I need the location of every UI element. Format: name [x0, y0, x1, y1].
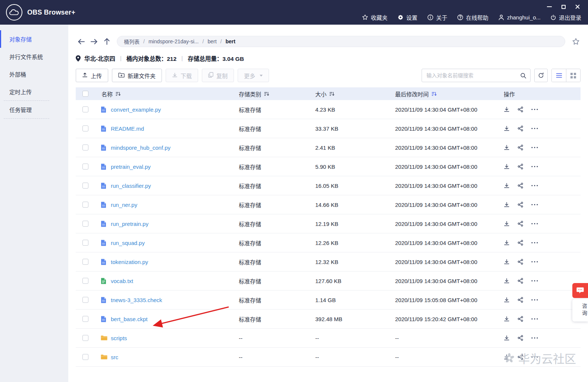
row-more-button[interactable]: [531, 166, 538, 167]
object-name-link[interactable]: src: [111, 354, 118, 360]
row-more-button[interactable]: [531, 223, 538, 224]
select-all-checkbox[interactable]: [82, 91, 88, 97]
row-download-button[interactable]: [504, 183, 510, 189]
object-name-link[interactable]: bert_base.ckpt: [111, 316, 147, 322]
row-share-button[interactable]: [517, 297, 523, 303]
row-download-button[interactable]: [504, 164, 510, 170]
row-more-button[interactable]: [531, 242, 538, 243]
sidebar-item-scheduled-upload[interactable]: 定时上传: [0, 83, 68, 100]
search-input[interactable]: [422, 69, 530, 82]
row-download-button[interactable]: [504, 259, 510, 265]
close-button[interactable]: [572, 3, 583, 10]
consult-label[interactable]: 咨询: [572, 299, 588, 322]
row-download-button[interactable]: [504, 335, 510, 341]
row-more-button[interactable]: [531, 109, 538, 110]
row-checkbox[interactable]: [82, 183, 88, 189]
object-name-link[interactable]: tokenization.py: [111, 259, 148, 265]
object-name-link[interactable]: README.md: [111, 125, 144, 132]
row-more-button[interactable]: [531, 204, 538, 205]
row-share-button[interactable]: [517, 335, 523, 341]
row-more-button[interactable]: [531, 299, 538, 301]
row-download-button[interactable]: [504, 240, 510, 246]
sidebar-item-external-bucket[interactable]: 外部桶: [0, 65, 68, 83]
row-more-button[interactable]: [531, 337, 538, 339]
breadcrumb-folder-bert[interactable]: bert: [207, 38, 216, 44]
about-button[interactable]: 关于: [427, 13, 447, 21]
row-share-button[interactable]: [517, 145, 523, 150]
object-name-link[interactable]: run_ner.py: [111, 202, 137, 208]
row-share-button[interactable]: [517, 106, 523, 112]
account-button[interactable]: zhanghui_o...: [498, 14, 541, 21]
row-download-button[interactable]: [504, 221, 510, 227]
minimize-button[interactable]: [544, 3, 554, 10]
object-name-link[interactable]: run_classifier.py: [111, 183, 151, 189]
object-name-link[interactable]: vocab.txt: [111, 278, 133, 284]
settings-button[interactable]: 设置: [397, 13, 417, 21]
logout-button[interactable]: 退出登录: [550, 13, 581, 21]
row-download-button[interactable]: [504, 125, 510, 131]
maximize-button[interactable]: [558, 3, 569, 10]
forward-button[interactable]: [88, 36, 100, 47]
object-name-link[interactable]: tnews-3_3335.check: [111, 297, 162, 303]
up-button[interactable]: [101, 36, 112, 47]
row-share-button[interactable]: [517, 183, 523, 189]
object-name-link[interactable]: run_squad.py: [111, 240, 145, 246]
row-checkbox[interactable]: [82, 354, 88, 360]
breadcrumb-bucket[interactable]: mindspore-21day-si...: [148, 38, 199, 44]
row-download-button[interactable]: [504, 202, 510, 208]
copy-button[interactable]: 复制: [202, 69, 234, 82]
row-more-button[interactable]: [531, 261, 538, 263]
breadcrumb-bucket-list[interactable]: 桶列表: [124, 38, 140, 45]
row-checkbox[interactable]: [82, 316, 88, 322]
sidebar-item-object-storage[interactable]: 对象存储: [0, 30, 68, 48]
object-name-link[interactable]: convert_example.py: [111, 106, 161, 113]
header-modified[interactable]: 最后修改时间: [395, 90, 496, 98]
favorites-button[interactable]: 收藏夹: [362, 13, 388, 21]
online-help-button[interactable]: 在线帮助: [457, 13, 488, 21]
grid-view-button[interactable]: [566, 69, 580, 82]
row-checkbox[interactable]: [82, 202, 88, 208]
row-share-button[interactable]: [517, 164, 523, 170]
row-share-button[interactable]: [517, 221, 523, 227]
object-name-link[interactable]: scripts: [111, 335, 127, 341]
row-checkbox[interactable]: [82, 125, 88, 131]
row-download-button[interactable]: [504, 278, 510, 284]
row-checkbox[interactable]: [82, 335, 88, 341]
row-more-button[interactable]: [531, 280, 538, 282]
row-checkbox[interactable]: [82, 145, 88, 150]
header-size[interactable]: 大小: [315, 90, 395, 98]
new-folder-button[interactable]: 新建文件夹: [112, 69, 162, 82]
search-icon[interactable]: [520, 72, 526, 79]
upload-button[interactable]: 上传: [76, 69, 108, 82]
header-storage-class[interactable]: 存储类别: [239, 90, 315, 98]
row-checkbox[interactable]: [82, 164, 88, 170]
row-share-button[interactable]: [517, 125, 523, 131]
row-share-button[interactable]: [517, 202, 523, 208]
sidebar-item-task-manager[interactable]: 任务管理: [0, 101, 68, 118]
row-checkbox[interactable]: [82, 106, 88, 112]
object-name-link[interactable]: pretrain_eval.py: [111, 164, 151, 170]
row-share-button[interactable]: [517, 278, 523, 284]
object-name-link[interactable]: run_pretrain.py: [111, 221, 148, 227]
row-share-button[interactable]: [517, 240, 523, 246]
row-checkbox[interactable]: [82, 278, 88, 284]
row-more-button[interactable]: [531, 147, 538, 148]
favorite-path-button[interactable]: [572, 38, 580, 46]
row-download-button[interactable]: [504, 145, 510, 150]
consult-chat-button[interactable]: [572, 283, 588, 298]
more-button[interactable]: 更多: [238, 69, 269, 82]
row-checkbox[interactable]: [82, 221, 88, 227]
refresh-button[interactable]: [534, 69, 548, 82]
row-share-button[interactable]: [517, 259, 523, 265]
sidebar-item-parallel-fs[interactable]: 并行文件系统: [0, 48, 68, 65]
row-checkbox[interactable]: [82, 297, 88, 303]
row-download-button[interactable]: [504, 106, 510, 112]
row-download-button[interactable]: [504, 316, 510, 322]
object-name-link[interactable]: mindspore_hub_conf.py: [111, 145, 171, 151]
row-checkbox[interactable]: [82, 259, 88, 265]
consult-widget[interactable]: 咨询: [572, 283, 588, 322]
row-more-button[interactable]: [531, 318, 538, 320]
row-share-button[interactable]: [517, 316, 523, 322]
back-button[interactable]: [76, 36, 87, 47]
row-more-button[interactable]: [531, 128, 538, 129]
